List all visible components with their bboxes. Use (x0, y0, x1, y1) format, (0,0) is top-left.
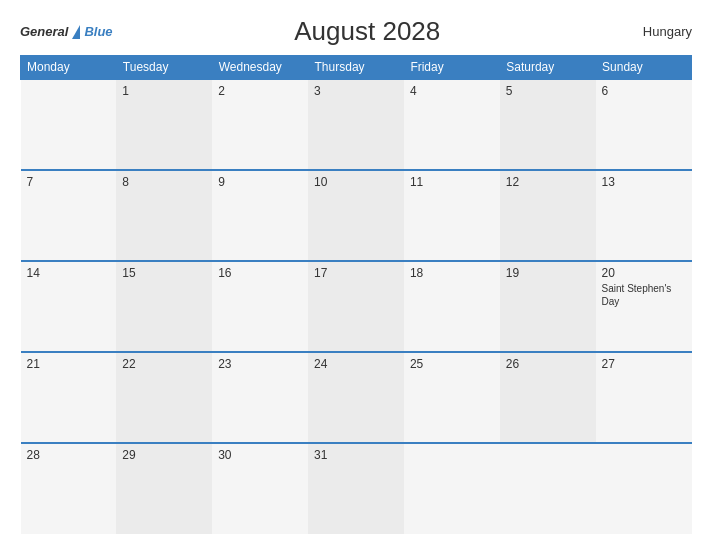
calendar-day-cell: 26 (500, 352, 596, 443)
calendar-day-cell: 9 (212, 170, 308, 261)
weekday-header-cell: Wednesday (212, 56, 308, 80)
calendar-day-cell: 14 (21, 261, 117, 352)
day-number: 6 (602, 84, 686, 98)
calendar-week-row: 28293031 (21, 443, 692, 534)
weekday-header-cell: Sunday (596, 56, 692, 80)
calendar-day-cell: 10 (308, 170, 404, 261)
weekday-header-cell: Monday (21, 56, 117, 80)
calendar-day-cell: 25 (404, 352, 500, 443)
calendar-day-cell: 22 (116, 352, 212, 443)
calendar-day-cell: 8 (116, 170, 212, 261)
day-number: 17 (314, 266, 398, 280)
calendar-week-row: 123456 (21, 79, 692, 170)
calendar-day-cell: 27 (596, 352, 692, 443)
weekday-header-cell: Saturday (500, 56, 596, 80)
day-number: 23 (218, 357, 302, 371)
calendar-day-cell: 30 (212, 443, 308, 534)
day-number: 9 (218, 175, 302, 189)
calendar-day-cell: 21 (21, 352, 117, 443)
calendar-week-row: 78910111213 (21, 170, 692, 261)
calendar-day-cell: 19 (500, 261, 596, 352)
calendar-page: General Blue August 2028 Hungary MondayT… (0, 0, 712, 550)
day-number: 10 (314, 175, 398, 189)
logo-general-text: General (20, 24, 68, 39)
weekday-header-cell: Friday (404, 56, 500, 80)
day-number: 8 (122, 175, 206, 189)
day-number: 26 (506, 357, 590, 371)
day-number: 24 (314, 357, 398, 371)
logo: General Blue (20, 24, 113, 39)
calendar-day-cell (596, 443, 692, 534)
day-number: 29 (122, 448, 206, 462)
calendar-title: August 2028 (113, 16, 622, 47)
country-label: Hungary (622, 24, 692, 39)
calendar-day-cell: 31 (308, 443, 404, 534)
day-number: 7 (27, 175, 111, 189)
calendar-day-cell (500, 443, 596, 534)
calendar-table: MondayTuesdayWednesdayThursdayFridaySatu… (20, 55, 692, 534)
day-number: 20 (602, 266, 686, 280)
day-number: 12 (506, 175, 590, 189)
day-number: 25 (410, 357, 494, 371)
holiday-name: Saint Stephen's Day (602, 282, 686, 308)
day-number: 15 (122, 266, 206, 280)
calendar-day-cell: 16 (212, 261, 308, 352)
day-number: 13 (602, 175, 686, 189)
weekday-header-cell: Thursday (308, 56, 404, 80)
weekday-header-row: MondayTuesdayWednesdayThursdayFridaySatu… (21, 56, 692, 80)
day-number: 14 (27, 266, 111, 280)
calendar-day-cell: 12 (500, 170, 596, 261)
calendar-day-cell: 4 (404, 79, 500, 170)
calendar-day-cell: 23 (212, 352, 308, 443)
calendar-day-cell: 17 (308, 261, 404, 352)
day-number: 11 (410, 175, 494, 189)
calendar-day-cell: 15 (116, 261, 212, 352)
day-number: 30 (218, 448, 302, 462)
calendar-day-cell: 6 (596, 79, 692, 170)
calendar-day-cell: 7 (21, 170, 117, 261)
day-number: 21 (27, 357, 111, 371)
calendar-day-cell: 24 (308, 352, 404, 443)
calendar-day-cell (404, 443, 500, 534)
calendar-day-cell: 13 (596, 170, 692, 261)
day-number: 16 (218, 266, 302, 280)
logo-triangle-icon (72, 25, 80, 39)
calendar-day-cell: 18 (404, 261, 500, 352)
calendar-day-cell: 5 (500, 79, 596, 170)
calendar-day-cell: 1 (116, 79, 212, 170)
day-number: 27 (602, 357, 686, 371)
day-number: 28 (27, 448, 111, 462)
calendar-week-row: 14151617181920Saint Stephen's Day (21, 261, 692, 352)
day-number: 31 (314, 448, 398, 462)
calendar-day-cell: 11 (404, 170, 500, 261)
calendar-week-row: 21222324252627 (21, 352, 692, 443)
calendar-day-cell: 2 (212, 79, 308, 170)
calendar-day-cell: 28 (21, 443, 117, 534)
day-number: 3 (314, 84, 398, 98)
calendar-day-cell: 20Saint Stephen's Day (596, 261, 692, 352)
day-number: 19 (506, 266, 590, 280)
day-number: 22 (122, 357, 206, 371)
day-number: 5 (506, 84, 590, 98)
day-number: 18 (410, 266, 494, 280)
calendar-day-cell: 3 (308, 79, 404, 170)
calendar-header: General Blue August 2028 Hungary (20, 16, 692, 47)
day-number: 1 (122, 84, 206, 98)
calendar-day-cell: 29 (116, 443, 212, 534)
day-number: 2 (218, 84, 302, 98)
calendar-day-cell (21, 79, 117, 170)
weekday-header-cell: Tuesday (116, 56, 212, 80)
logo-blue-text: Blue (84, 24, 112, 39)
day-number: 4 (410, 84, 494, 98)
